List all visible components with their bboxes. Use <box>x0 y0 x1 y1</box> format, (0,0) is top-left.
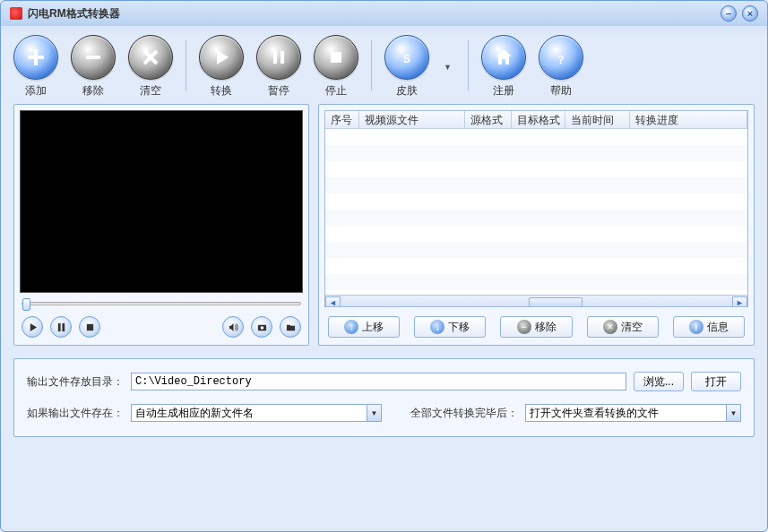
app-window: 闪电RM格式转换器 – × 添加 移除 清空 转换 <box>0 0 768 532</box>
preview-play-button[interactable] <box>22 316 43 338</box>
volume-button[interactable] <box>222 316 244 338</box>
app-logo-icon <box>10 7 22 20</box>
open-button[interactable]: 打开 <box>691 372 741 391</box>
table-body[interactable] <box>325 129 747 295</box>
col-index[interactable]: 序号 <box>325 111 359 128</box>
arrow-up-icon: ↑ <box>344 320 358 334</box>
skin-button[interactable]: S 皮肤 <box>384 35 429 99</box>
play-icon <box>211 47 232 68</box>
svg-rect-6 <box>57 322 60 330</box>
svg-rect-2 <box>280 51 284 64</box>
col-dstfmt[interactable]: 目标格式 <box>512 111 565 128</box>
minimize-button[interactable]: – <box>721 5 737 21</box>
stop-button[interactable]: 停止 <box>314 35 358 99</box>
output-dir-label: 输出文件存放目录： <box>27 374 124 390</box>
svg-rect-3 <box>331 52 341 63</box>
svg-text:S: S <box>403 53 410 65</box>
horizontal-scrollbar[interactable]: ◄ ► <box>325 295 747 307</box>
scroll-thumb[interactable] <box>529 297 582 308</box>
stop-icon <box>85 322 95 332</box>
list-clear-button[interactable]: ×清空 <box>587 316 659 338</box>
pause-icon <box>56 322 66 332</box>
seek-thumb[interactable] <box>22 298 30 311</box>
if-exists-combo[interactable]: 自动生成相应的新文件名 ▼ <box>131 404 382 422</box>
file-table[interactable]: 序号 视频源文件 源格式 目标格式 当前时间 转换进度 ◄ ► <box>324 110 748 307</box>
skin-s-icon: S <box>396 47 418 68</box>
arrow-down-icon: ↓ <box>430 320 444 334</box>
col-progress[interactable]: 转换进度 <box>630 111 747 128</box>
titlebar[interactable]: 闪电RM格式转换器 – × <box>1 1 767 26</box>
svg-rect-0 <box>86 56 100 59</box>
preview-stop-button[interactable] <box>79 316 100 338</box>
window-title: 闪电RM格式转换器 <box>28 6 120 21</box>
folder-icon <box>286 322 296 332</box>
browse-button[interactable]: 浏览... <box>634 372 684 391</box>
info-button[interactable]: i信息 <box>673 316 745 338</box>
output-dir-input[interactable] <box>131 373 626 390</box>
if-exists-label: 如果输出文件存在： <box>27 406 124 421</box>
col-time[interactable]: 当前时间 <box>565 111 630 128</box>
pause-button[interactable]: 暂停 <box>256 35 301 99</box>
table-header: 序号 视频源文件 源格式 目标格式 当前时间 转换进度 <box>325 111 747 129</box>
file-list-panel: 序号 视频源文件 源格式 目标格式 当前时间 转换进度 ◄ ► ↑上移 ↓下移 … <box>318 104 755 346</box>
col-source[interactable]: 视频源文件 <box>359 111 465 128</box>
skin-dropdown-arrow[interactable]: ▼ <box>444 63 452 72</box>
stop-icon <box>325 47 347 68</box>
x-icon: × <box>603 320 617 334</box>
remove-button[interactable]: 移除 <box>71 35 116 99</box>
home-icon <box>493 47 514 68</box>
info-icon: i <box>689 320 703 334</box>
minus-icon: − <box>517 320 531 334</box>
chevron-down-icon[interactable]: ▼ <box>367 405 381 421</box>
main-toolbar: 添加 移除 清空 转换 暂停 停止 <box>1 26 767 104</box>
output-settings-panel: 输出文件存放目录： 浏览... 打开 如果输出文件存在： 自动生成相应的新文件名… <box>13 358 755 437</box>
x-icon <box>140 47 161 68</box>
clear-button[interactable]: 清空 <box>128 35 173 99</box>
pause-icon <box>268 47 289 68</box>
after-done-combo[interactable]: 打开文件夹查看转换的文件 ▼ <box>525 404 741 422</box>
move-up-button[interactable]: ↑上移 <box>328 316 400 338</box>
add-button[interactable]: 添加 <box>13 35 58 99</box>
preview-panel <box>13 104 309 346</box>
video-preview[interactable] <box>20 110 303 293</box>
snapshot-button[interactable] <box>251 316 272 338</box>
list-remove-button[interactable]: −移除 <box>500 316 572 338</box>
svg-rect-7 <box>62 322 65 330</box>
scroll-left-button[interactable]: ◄ <box>325 296 341 308</box>
svg-rect-8 <box>86 323 92 330</box>
help-button[interactable]: ? 帮助 <box>539 35 583 99</box>
col-srcfmt[interactable]: 源格式 <box>465 111 512 128</box>
preview-pause-button[interactable] <box>50 316 72 338</box>
question-icon: ? <box>550 47 572 68</box>
speaker-icon <box>229 322 238 332</box>
open-folder-button[interactable] <box>280 316 301 338</box>
svg-text:?: ? <box>557 54 564 66</box>
camera-icon <box>257 322 267 332</box>
close-button[interactable]: × <box>742 5 758 21</box>
svg-rect-1 <box>273 51 277 64</box>
chevron-down-icon[interactable]: ▼ <box>726 405 740 421</box>
minus-icon <box>82 47 104 68</box>
svg-point-10 <box>260 326 263 330</box>
convert-button[interactable]: 转换 <box>199 35 244 99</box>
after-done-label: 全部文件转换完毕后： <box>410 406 518 421</box>
scroll-right-button[interactable]: ► <box>732 296 747 308</box>
move-down-button[interactable]: ↓下移 <box>414 316 486 338</box>
plus-icon <box>25 47 47 68</box>
register-button[interactable]: 注册 <box>481 35 526 99</box>
play-icon <box>28 322 38 332</box>
seek-slider[interactable] <box>22 302 301 305</box>
